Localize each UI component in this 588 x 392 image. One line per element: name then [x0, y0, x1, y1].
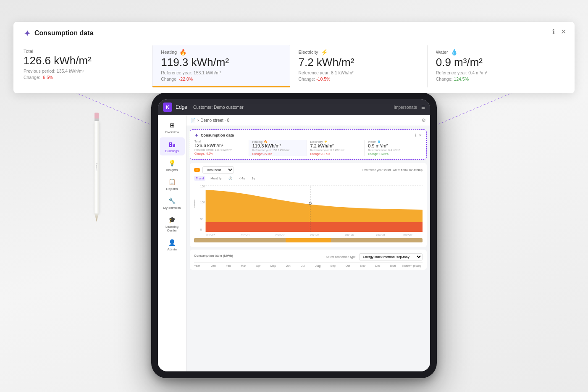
- svg-rect-2: [169, 142, 172, 147]
- pencil-tip: [94, 213, 99, 222]
- area-chart-svg: 150 100 50 0 kWh/m²: [194, 182, 423, 237]
- card-header: Consumption data: [24, 29, 93, 37]
- tablet-outer: K Edge Customer: Demo customer Impersona…: [151, 92, 437, 378]
- sidebar-item-admin[interactable]: 👤 Admin: [160, 236, 185, 254]
- sidebar-item-learning[interactable]: 🎓 Learning Center: [160, 213, 185, 235]
- col-mar: Mar: [236, 264, 251, 267]
- tablet-sidebar: ⊞ Overview Buildings 💡 Insights: [158, 115, 186, 371]
- heating-value: 119.3 kWh/m²: [161, 56, 283, 68]
- chart-svg-container: 150 100 50 0 kWh/m²: [194, 182, 423, 237]
- tablet-app-name: Edge: [176, 104, 187, 110]
- clock-icon-btn[interactable]: 🕐: [227, 176, 234, 181]
- sidebar-item-overview[interactable]: ⊞ Overview: [160, 118, 185, 137]
- monthly-btn[interactable]: Monthly: [209, 176, 223, 181]
- tablet-main: 📄 › Demo street - 8 ⚙ Consumption data: [186, 115, 430, 371]
- chart-toolbar: T Total heat Reference year: 2019 Area: …: [194, 166, 423, 174]
- buildings-icon: [168, 140, 176, 148]
- col-may: May: [266, 264, 281, 267]
- learning-icon: 🎓: [168, 216, 176, 224]
- mini-card-title: Consumption data: [201, 133, 234, 137]
- chart-options: Trend Monthly 🕐 < 4y 1y: [194, 176, 423, 181]
- mini-close-icon[interactable]: ✕: [419, 133, 422, 137]
- mini-compass-icon: [194, 133, 199, 137]
- table-area: Consumption table (MWh) Select connectio…: [190, 250, 427, 270]
- svg-text:2020-07: 2020-07: [276, 234, 285, 237]
- svg-rect-4: [170, 143, 171, 144]
- 1y-btn[interactable]: 1y: [250, 176, 257, 181]
- lightning-icon: ⚡: [321, 49, 328, 55]
- electricity-sub: Reference year: 8.1 kWh/m² Change: -10.5…: [299, 70, 420, 83]
- mini-water-icon: 💧: [377, 140, 381, 143]
- svg-text:2021-01: 2021-01: [310, 234, 320, 237]
- svg-text:2020-01: 2020-01: [241, 234, 250, 237]
- impersonate-label[interactable]: Impersonate: [394, 105, 417, 110]
- compass-icon: [24, 29, 31, 37]
- mini-lightning-icon: ⚡: [324, 140, 328, 143]
- mini-info-icon[interactable]: ℹ: [415, 133, 416, 137]
- svg-text:kWh/m²: kWh/m²: [194, 199, 195, 208]
- sidebar-item-services[interactable]: 🔧 My services: [160, 194, 185, 212]
- tablet-device: K Edge Customer: Demo customer Impersona…: [151, 92, 437, 378]
- pencil-eraser: [94, 113, 99, 118]
- water-value: 0.9 m³/m²: [436, 56, 558, 68]
- tablet-header: K Edge Customer: Demo customer Impersona…: [158, 99, 430, 115]
- chart-type-selector[interactable]: Total heat: [202, 166, 234, 174]
- svg-text:0: 0: [200, 228, 202, 231]
- tablet-body: ⊞ Overview Buildings 💡 Insights: [158, 115, 430, 371]
- col-total-m2: Total/m² (kWh): [400, 264, 423, 267]
- sidebar-label-services: My services: [163, 206, 181, 210]
- svg-text:2022-07: 2022-07: [403, 234, 412, 237]
- mini-card-header: Consumption data ℹ ✕: [194, 133, 422, 137]
- card-actions: ℹ ✕: [552, 28, 566, 36]
- mini-metric-heating: Heating 🔥 119.3 kWh/m² Reference year: 1…: [249, 140, 307, 156]
- overview-icon: ⊞: [168, 121, 176, 129]
- water-icon: 💧: [451, 49, 458, 55]
- svg-text:150: 150: [200, 185, 205, 188]
- col-sep: Sep: [326, 264, 341, 267]
- connection-type-select[interactable]: Energy index method, sep-may: [359, 253, 423, 260]
- svg-text:50: 50: [200, 218, 203, 221]
- admin-icon: 👤: [168, 238, 176, 247]
- total-value: 126.6 kWh/m²: [24, 55, 145, 67]
- chart-type-badge: T: [194, 168, 200, 172]
- svg-rect-6: [173, 145, 174, 145]
- mini-metric-water: Water 💧 0.9 m³/m² Reference year: 0.4 m³…: [365, 140, 422, 156]
- col-dec: Dec: [370, 264, 386, 267]
- metric-total: Total 126.6 kWh/m² Previous period: 135.…: [24, 45, 152, 87]
- pencil-brand-text: Pencil: [95, 163, 98, 171]
- insights-icon: 💡: [168, 159, 176, 167]
- reports-icon: 📋: [168, 178, 176, 186]
- 4y-btn[interactable]: < 4y: [237, 176, 247, 181]
- sidebar-item-reports[interactable]: 📋 Reports: [160, 175, 185, 193]
- col-nov: Nov: [355, 264, 370, 267]
- heating-label: Heating 🔥: [161, 49, 283, 55]
- svg-text:2021-07: 2021-07: [345, 234, 354, 237]
- sidebar-label-buildings: Buildings: [165, 149, 178, 153]
- table-label: Consumption table (MWh): [194, 254, 233, 258]
- sidebar-item-buildings[interactable]: Buildings: [160, 137, 185, 155]
- sidebar-label-learning: Learning Center: [161, 225, 183, 232]
- info-icon[interactable]: ℹ: [552, 28, 555, 36]
- close-icon[interactable]: ✕: [561, 28, 566, 36]
- settings-icon[interactable]: ⚙: [422, 118, 426, 123]
- services-icon: 🔧: [168, 197, 176, 205]
- menu-icon[interactable]: ☰: [421, 105, 425, 110]
- sidebar-label-admin: Admin: [167, 247, 177, 251]
- svg-text:2022-01: 2022-01: [376, 234, 385, 237]
- col-feb: Feb: [221, 264, 236, 267]
- metrics-row: Total 126.6 kWh/m² Previous period: 135.…: [24, 45, 564, 87]
- timeline-bar[interactable]: [194, 238, 423, 242]
- chart-ref: Reference year: 2019 Area: 6,960 m² Atem…: [362, 168, 423, 171]
- sidebar-item-insights[interactable]: 💡 Insights: [160, 156, 185, 174]
- col-oct: Oct: [341, 264, 356, 267]
- breadcrumb-page: Demo street - 8: [200, 118, 229, 123]
- col-total: Total: [385, 264, 400, 267]
- mini-metric-total: Total 126.6 kWh/m² Previous period: 135.…: [194, 140, 249, 156]
- water-label: Water 💧: [436, 49, 558, 55]
- top-consumption-card: Consumption data ℹ ✕ Total 126.6 kWh/m² …: [13, 22, 575, 93]
- metric-water: Water 💧 0.9 m³/m² Reference year: 0.4 m³…: [428, 45, 564, 87]
- tablet-screen: K Edge Customer: Demo customer Impersona…: [158, 99, 430, 371]
- pencil-body: Pencil: [94, 121, 99, 213]
- trend-btn[interactable]: Trend: [194, 176, 205, 181]
- card-title: Consumption data: [34, 29, 93, 37]
